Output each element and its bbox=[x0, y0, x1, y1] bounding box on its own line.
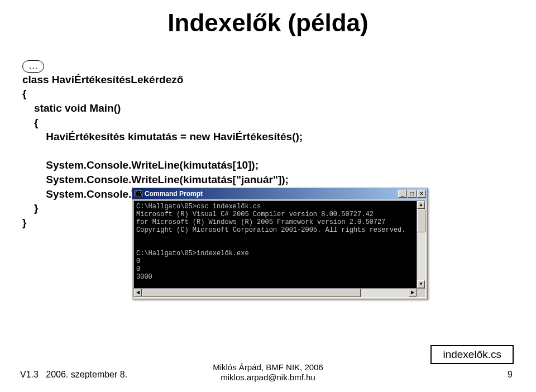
hscroll-track[interactable] bbox=[142, 289, 409, 297]
cmd-output: C:\Hallgato\05>csc indexelők.cs Microsof… bbox=[134, 201, 425, 297]
footer-center: Miklós Árpád, BMF NIK, 2006 miklos.arpad… bbox=[0, 362, 536, 384]
code-line: { bbox=[22, 117, 39, 128]
maximize-button[interactable]: □ bbox=[408, 190, 417, 198]
scroll-right-button[interactable]: ▶ bbox=[409, 289, 417, 297]
code-line: static void Main() bbox=[22, 102, 121, 114]
filename-box: indexelők.cs bbox=[430, 345, 514, 364]
command-prompt-window: C:\ Command Prompt _ □ × C:\Hallgato\05>… bbox=[132, 188, 428, 299]
close-button[interactable]: × bbox=[417, 190, 426, 198]
ellipsis-box: … bbox=[22, 60, 44, 73]
cmd-title-text: Command Prompt bbox=[145, 190, 398, 198]
code-line: System.Console.WriteLine(kimutatás["janu… bbox=[22, 174, 289, 185]
cmd-titlebar[interactable]: C:\ Command Prompt _ □ × bbox=[132, 188, 427, 199]
code-line: System.Console.WriteLine(kimutatás[10]); bbox=[22, 159, 259, 171]
code-line: class HaviÉrtékesítésLekérdező bbox=[22, 74, 183, 85]
code-line: { bbox=[22, 88, 26, 99]
code-line: } bbox=[22, 202, 39, 214]
hscroll-thumb[interactable] bbox=[142, 289, 361, 297]
vscroll-track[interactable] bbox=[417, 209, 425, 280]
cmd-title-icon: C:\ bbox=[135, 190, 142, 197]
minimize-button[interactable]: _ bbox=[398, 190, 407, 198]
scroll-corner bbox=[417, 289, 425, 297]
scroll-down-button[interactable]: ▼ bbox=[417, 280, 425, 288]
scroll-left-button[interactable]: ◀ bbox=[134, 289, 142, 297]
scroll-up-button[interactable]: ▲ bbox=[417, 201, 425, 209]
code-line: HaviÉrtékesítés kimutatás = new HaviÉrté… bbox=[22, 131, 303, 142]
page-number: 9 bbox=[508, 370, 513, 380]
vscroll-thumb[interactable] bbox=[417, 209, 425, 232]
email-text: miklos.arpad@nik.bmf.hu bbox=[0, 372, 536, 383]
vertical-scrollbar[interactable]: ▲ ▼ bbox=[417, 201, 425, 288]
slide-title: Indexelők (példa) bbox=[22, 9, 514, 37]
code-line: } bbox=[22, 217, 26, 228]
horizontal-scrollbar[interactable]: ◀ ▶ bbox=[134, 288, 425, 297]
